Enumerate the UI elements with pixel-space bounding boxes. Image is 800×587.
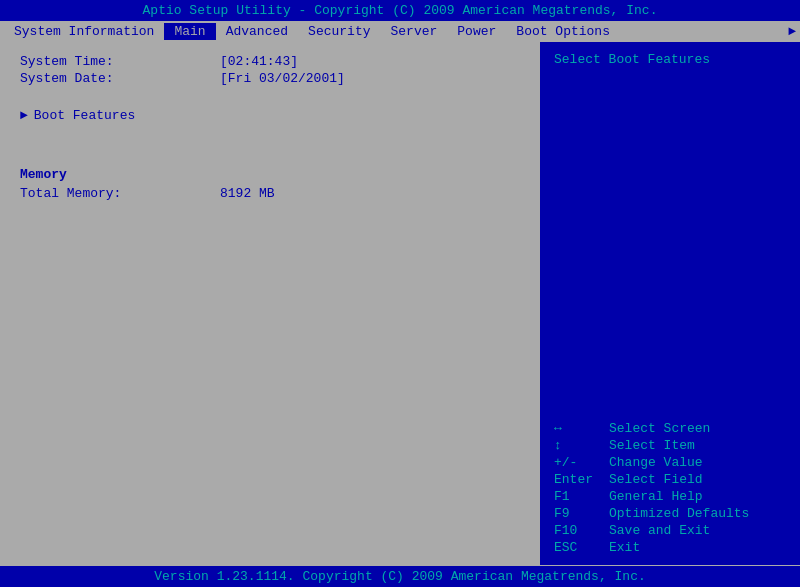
key-row: EnterSelect Field xyxy=(554,472,786,487)
footer: Version 1.23.1114. Copyright (C) 2009 Am… xyxy=(0,565,800,587)
boot-features-row[interactable]: ► Boot Features xyxy=(20,108,520,123)
menu-item-security[interactable]: Security xyxy=(298,23,380,40)
key-desc: Exit xyxy=(609,540,640,555)
key-desc: Save and Exit xyxy=(609,523,710,538)
menu-item-system-information[interactable]: System Information xyxy=(4,23,164,40)
key-desc: Change Value xyxy=(609,455,703,470)
key-row: +/-Change Value xyxy=(554,455,786,470)
key-desc: Select Field xyxy=(609,472,703,487)
total-memory-label: Total Memory: xyxy=(20,186,220,201)
key-name: F1 xyxy=(554,489,609,504)
key-name: +/- xyxy=(554,455,609,470)
key-row: ↕Select Item xyxy=(554,438,786,453)
boot-features-arrow: ► xyxy=(20,108,28,123)
system-date-label: System Date: xyxy=(20,71,220,86)
title-text: Aptio Setup Utility - Copyright (C) 2009… xyxy=(143,3,658,18)
menu-item-server[interactable]: Server xyxy=(381,23,448,40)
main-content: System Time: [02:41:43] System Date: [Fr… xyxy=(0,42,800,565)
system-date-row: System Date: [Fri 03/02/2001] xyxy=(20,71,520,86)
boot-features-label: Boot Features xyxy=(34,108,135,123)
memory-section: Memory Total Memory: 8192 MB xyxy=(20,151,520,203)
key-row: ↔Select Screen xyxy=(554,421,786,436)
key-name: F10 xyxy=(554,523,609,538)
left-panel: System Time: [02:41:43] System Date: [Fr… xyxy=(0,42,540,565)
key-name: ↔ xyxy=(554,421,609,436)
system-date-value[interactable]: [Fri 03/02/2001] xyxy=(220,71,345,86)
right-panel: Select Boot Features ↔Select Screen↕Sele… xyxy=(540,42,800,565)
menu-item-power[interactable]: Power xyxy=(447,23,506,40)
memory-section-header: Memory xyxy=(20,167,520,182)
key-name: ↕ xyxy=(554,438,609,453)
key-row: F1General Help xyxy=(554,489,786,504)
key-help: ↔Select Screen↕Select Item+/-Change Valu… xyxy=(554,421,786,555)
key-name: Enter xyxy=(554,472,609,487)
menu-bar: System Information Main Advanced Securit… xyxy=(0,21,800,42)
key-row: F9Optimized Defaults xyxy=(554,506,786,521)
help-text: Select Boot Features xyxy=(554,52,786,67)
key-name: F9 xyxy=(554,506,609,521)
total-memory-row: Total Memory: 8192 MB xyxy=(20,186,520,201)
menu-right-arrow: ► xyxy=(788,24,796,39)
key-row: ESCExit xyxy=(554,540,786,555)
app: Aptio Setup Utility - Copyright (C) 2009… xyxy=(0,0,800,587)
menu-item-boot-options[interactable]: Boot Options xyxy=(506,23,620,40)
total-memory-value: 8192 MB xyxy=(220,186,275,201)
key-desc: General Help xyxy=(609,489,703,504)
system-time-row: System Time: [02:41:43] xyxy=(20,54,520,69)
key-desc: Select Screen xyxy=(609,421,710,436)
menu-item-main[interactable]: Main xyxy=(164,23,215,40)
key-desc: Optimized Defaults xyxy=(609,506,749,521)
title-bar: Aptio Setup Utility - Copyright (C) 2009… xyxy=(0,0,800,21)
footer-text: Version 1.23.1114. Copyright (C) 2009 Am… xyxy=(154,569,645,584)
key-row: F10Save and Exit xyxy=(554,523,786,538)
key-desc: Select Item xyxy=(609,438,695,453)
system-time-label: System Time: xyxy=(20,54,220,69)
menu-item-advanced[interactable]: Advanced xyxy=(216,23,298,40)
key-name: ESC xyxy=(554,540,609,555)
system-time-value[interactable]: [02:41:43] xyxy=(220,54,298,69)
